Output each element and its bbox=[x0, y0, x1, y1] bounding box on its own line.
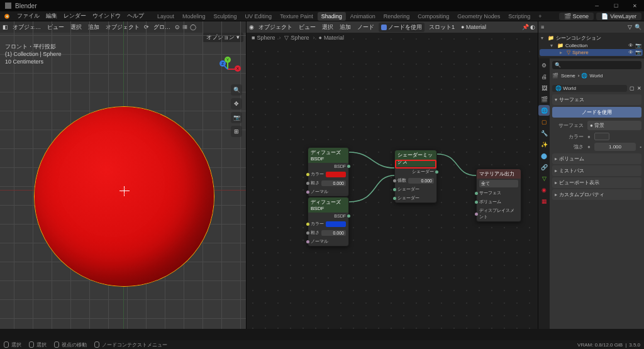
surface-panel-header[interactable]: ▾サーフェス bbox=[552, 94, 641, 105]
node-header[interactable]: マテリアル出力 bbox=[477, 169, 521, 179]
move-icon[interactable]: ✥ bbox=[231, 98, 242, 109]
visibility-icon[interactable]: 👁 bbox=[628, 43, 633, 48]
proptab-texture-icon[interactable]: ▦ bbox=[538, 196, 550, 206]
color-field[interactable]: カラー ● bbox=[552, 131, 641, 141]
pin-icon[interactable]: 📌 bbox=[522, 24, 529, 30]
blender-logo-icon[interactable] bbox=[3, 12, 11, 21]
render-icon[interactable]: 📷 bbox=[635, 50, 641, 55]
ne-menu-add[interactable]: 追加 bbox=[338, 23, 353, 31]
tab-uvediting[interactable]: UV Editing bbox=[242, 12, 276, 21]
node-output-bsdf[interactable]: BSDF bbox=[308, 213, 348, 219]
camera-icon[interactable]: 📷 bbox=[231, 112, 242, 123]
perspective-icon[interactable]: ⊞ bbox=[231, 126, 242, 137]
overlay-icon[interactable]: ◐ bbox=[530, 24, 535, 30]
proptab-viewlayer-icon[interactable]: 🖼 bbox=[538, 82, 550, 93]
proptab-material-icon[interactable]: ◉ bbox=[538, 184, 550, 195]
bc-object[interactable]: ■ Sphere bbox=[252, 35, 275, 41]
tab-compositing[interactable]: Compositing bbox=[414, 12, 453, 21]
world-datablock-dropdown[interactable]: 🌐 World bbox=[552, 85, 627, 92]
gizmo-x-icon[interactable]: X bbox=[235, 65, 241, 72]
node-input-surface[interactable]: サーフェス bbox=[477, 189, 521, 197]
node-header[interactable]: ディフューズBSDF bbox=[308, 197, 348, 213]
proptab-world-icon[interactable]: 🌐 bbox=[538, 105, 550, 116]
node-header[interactable]: シェーダーミックス bbox=[395, 150, 436, 167]
surface-field[interactable]: サーフェス ● 背景 bbox=[552, 119, 641, 131]
window-minimize-button[interactable]: ─ bbox=[587, 0, 606, 11]
bc-material[interactable]: ● Material bbox=[319, 35, 344, 41]
tab-layout[interactable]: Layout bbox=[153, 12, 178, 21]
custom-panel-header[interactable]: ▸カスタムプロパティ bbox=[552, 189, 641, 200]
use-nodes-button[interactable]: ノードを使用 bbox=[552, 107, 641, 118]
search-icon[interactable]: 🔍 bbox=[635, 24, 641, 30]
node-input-normal[interactable]: ノーマル bbox=[308, 187, 348, 196]
properties-search[interactable]: 🔍 bbox=[552, 61, 641, 69]
material-dropdown[interactable]: ● Material bbox=[459, 24, 488, 30]
outliner-sphere[interactable]: ▸▽ Sphere 👁 📷 bbox=[540, 49, 643, 56]
proptab-constraint-icon[interactable]: 🔗 bbox=[538, 162, 550, 172]
render-icon[interactable]: 📷 bbox=[635, 43, 641, 48]
scene-selector[interactable]: 🎬 Scene bbox=[559, 13, 594, 20]
tab-scripting[interactable]: Scripting bbox=[504, 12, 534, 21]
tab-geonodes[interactable]: Geometry Nodes bbox=[453, 12, 504, 21]
menu-window[interactable]: ウインドウ bbox=[89, 12, 124, 20]
outliner[interactable]: ▾📁 シーンコレクション ▾📁 Collection 👁 📷 ▸▽ Sphere… bbox=[538, 33, 644, 57]
tab-rendering[interactable]: Rendering bbox=[380, 12, 414, 21]
ne-menu-view[interactable]: ビュー bbox=[297, 23, 318, 31]
navigation-gizmo[interactable]: X Y Z bbox=[216, 57, 241, 82]
strength-field[interactable]: 強さ ● 1.000 • bbox=[552, 141, 641, 152]
menu-render[interactable]: レンダー bbox=[60, 12, 89, 20]
proptab-object-icon[interactable]: ▢ bbox=[538, 116, 550, 127]
tab-add[interactable]: + bbox=[535, 12, 545, 21]
bc-mesh[interactable]: ▽ Sphere bbox=[284, 35, 309, 41]
slot-dropdown[interactable]: スロット1 bbox=[427, 23, 457, 31]
outliner-scene-collection[interactable]: ▾📁 シーンコレクション bbox=[540, 34, 643, 42]
node-input-fac[interactable]: 係数0.000 bbox=[395, 176, 436, 185]
visibility-icon[interactable]: 👁 bbox=[628, 50, 633, 55]
tab-texturepaint[interactable]: Texture Paint bbox=[276, 12, 317, 21]
tab-shading[interactable]: Shading bbox=[318, 12, 346, 21]
node-input-shader1[interactable]: シェーダー bbox=[395, 185, 436, 194]
tab-sculpting[interactable]: Sculpting bbox=[210, 12, 241, 21]
filter-icon[interactable]: ▽ bbox=[628, 24, 632, 30]
proptab-mesh-icon[interactable]: ▽ bbox=[538, 173, 550, 184]
node-input-roughness[interactable]: 粗さ0.000 bbox=[308, 179, 348, 187]
menu-edit[interactable]: 編集 bbox=[43, 12, 60, 20]
tab-modeling[interactable]: Modeling bbox=[179, 12, 209, 21]
editor-type-node-icon[interactable]: ◉ bbox=[249, 24, 254, 30]
node-input-color[interactable]: カラー bbox=[308, 170, 348, 179]
outliner-collection[interactable]: ▾📁 Collection 👁 📷 bbox=[540, 42, 643, 49]
proptab-scene-icon[interactable]: 🎬 bbox=[538, 94, 550, 104]
shader-node-editor[interactable]: ◉ オブジェクト ビュー 選択 追加 ノード ノードを使用 スロット1 ● Ma… bbox=[247, 21, 538, 329]
viewport-panel-header[interactable]: ▸ビューポート表示 bbox=[552, 177, 641, 188]
proptab-render-icon[interactable]: ⚙ bbox=[538, 60, 550, 70]
node-target-dropdown[interactable]: 全て bbox=[477, 179, 521, 189]
material-output-node[interactable]: マテリアル出力 全て サーフェス ボリューム ディスプレイスメント bbox=[476, 169, 521, 222]
node-header[interactable]: ディフューズBSDF bbox=[308, 148, 348, 163]
mist-panel-header[interactable]: ▸ミストパス bbox=[552, 165, 641, 176]
node-input-shader2[interactable]: シェーダー bbox=[395, 194, 436, 202]
diffuse-bsdf-node-2[interactable]: ディフューズBSDF BSDF カラー 粗さ0.000 ノーマル bbox=[308, 197, 349, 247]
ne-menu-select[interactable]: 選択 bbox=[320, 23, 335, 31]
ne-type-dropdown[interactable]: オブジェクト bbox=[257, 23, 294, 31]
zoom-icon[interactable]: 🔍 bbox=[231, 84, 242, 96]
window-close-button[interactable]: ✕ bbox=[625, 0, 644, 11]
use-nodes-checkbox[interactable]: ノードを使用 bbox=[379, 23, 425, 32]
proptab-modifier-icon[interactable]: 🔧 bbox=[538, 128, 550, 138]
sphere-mesh[interactable] bbox=[35, 107, 214, 286]
node-input-displacement[interactable]: ディスプレイスメント bbox=[477, 206, 521, 221]
world-color-swatch[interactable] bbox=[594, 133, 609, 140]
unlink-icon[interactable]: ✕ bbox=[637, 86, 641, 91]
node-input-volume[interactable]: ボリューム bbox=[477, 197, 521, 206]
node-output-shader[interactable]: シェーダー bbox=[395, 167, 436, 176]
new-world-icon[interactable]: ▢ bbox=[630, 86, 635, 91]
3d-viewport[interactable]: ◧ オブジェ… ビュー 選択 追加 オブジェクト ⟳ グロ… ⊙ 𝌆 ◯ オプシ… bbox=[0, 21, 247, 329]
ne-menu-node[interactable]: ノード bbox=[355, 23, 376, 31]
window-maximize-button[interactable]: ☐ bbox=[606, 0, 625, 11]
volume-panel-header[interactable]: ▸ボリューム bbox=[552, 153, 641, 164]
outliner-editor-icon[interactable]: ≡ bbox=[541, 24, 544, 30]
mix-shader-node[interactable]: シェーダーミックス シェーダー 係数0.000 シェーダー シェーダー bbox=[394, 150, 437, 203]
gizmo-z-icon[interactable]: Z bbox=[219, 60, 226, 67]
proptab-output-icon[interactable]: 🖨 bbox=[538, 71, 550, 82]
color-swatch[interactable] bbox=[326, 221, 346, 227]
viewlayer-selector[interactable]: 📄 ViewLayer bbox=[596, 13, 641, 20]
